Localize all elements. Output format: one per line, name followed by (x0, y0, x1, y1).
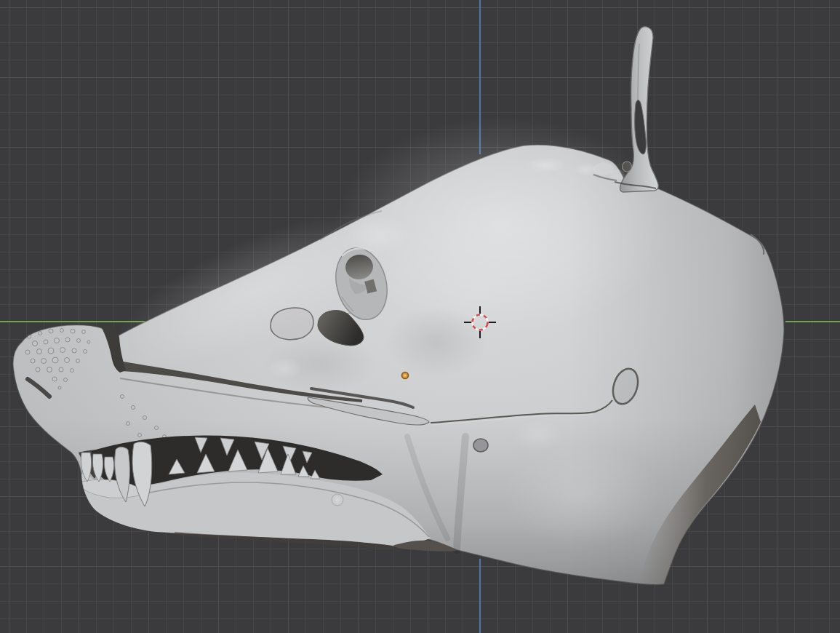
object-origin[interactable] (402, 373, 409, 379)
fenestra-outline (271, 308, 313, 340)
jaw-bump (332, 494, 343, 506)
under-eye-shade (262, 335, 378, 393)
3d-viewport[interactable] (0, 0, 840, 633)
cheek-bump (513, 419, 563, 451)
viewport-overlay (0, 0, 840, 633)
jaw-hole (473, 439, 488, 452)
neck-highlight (502, 444, 662, 546)
fin-hole (623, 162, 632, 172)
dome-bump-1 (526, 157, 565, 173)
object-origin-dot-core (404, 374, 406, 376)
skull-model[interactable] (13, 27, 784, 585)
temple-shade (385, 306, 487, 378)
ear-nub-2 (610, 170, 625, 180)
